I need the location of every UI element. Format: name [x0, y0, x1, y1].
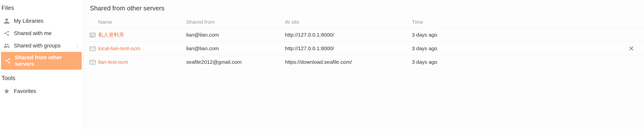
sidebar-item-shared-with-me[interactable]: Shared with me — [0, 27, 83, 40]
star-icon — [3, 88, 10, 95]
sidebar: Files My Libraries Shared with me Shared… — [0, 0, 84, 129]
svg-point-7 — [90, 36, 92, 37]
sidebar-item-label: Shared with me — [14, 30, 52, 36]
col-name-header: Name — [98, 19, 186, 25]
library-icon — [84, 58, 98, 66]
sidebar-item-shared-with-groups[interactable]: Shared with groups — [0, 40, 83, 52]
sidebar-section-files: Files — [0, 4, 83, 15]
main-content: Shared from other servers Name Shared fr… — [84, 0, 644, 129]
sidebar-item-shared-from-other-servers[interactable]: Shared from other servers — [1, 52, 82, 70]
sidebar-section-tools: Tools — [0, 70, 83, 85]
library-icon — [84, 45, 98, 52]
library-name-link[interactable]: lian-test-ocm — [98, 59, 186, 65]
time-cell: 3 days ago — [412, 32, 511, 38]
svg-point-2 — [8, 34, 9, 36]
svg-point-1 — [4, 32, 6, 34]
svg-point-3 — [8, 58, 10, 60]
sidebar-item-label: My Libraries — [14, 18, 44, 24]
table-row[interactable]: lian-test-ocm seafile2012@gmail.com http… — [84, 55, 644, 69]
shared-from-cell: lian@lian.com — [186, 32, 285, 38]
col-at-site-header: At site — [285, 19, 412, 25]
svg-point-8 — [92, 36, 94, 37]
table-header: Name Shared from At site Time — [84, 16, 644, 28]
table-row[interactable]: 私人资料库 lian@lian.com http://127.0.0.1:800… — [84, 28, 644, 42]
delete-button[interactable]: ✕ — [628, 44, 634, 53]
library-name-link[interactable]: 私人资料库 — [98, 32, 186, 38]
shared-libraries-table: Name Shared from At site Time 私人资料库 lian… — [84, 16, 644, 69]
col-shared-from-header: Shared from — [186, 19, 285, 25]
at-site-cell: https://download.seafile.com/ — [285, 59, 412, 65]
sidebar-item-label: Shared from other servers — [15, 54, 79, 67]
at-site-cell: http://127.0.0.1:8000/ — [285, 32, 412, 38]
time-cell: 3 days ago — [412, 59, 511, 65]
close-icon: ✕ — [628, 45, 634, 52]
col-icon-header — [84, 19, 98, 25]
sidebar-item-favorites[interactable]: Favorites — [0, 85, 83, 97]
library-name-link[interactable]: local-lian-test-ocm — [98, 46, 186, 52]
page-title: Shared from other servers — [84, 4, 644, 16]
group-icon — [3, 42, 10, 50]
time-cell: 3 days ago — [412, 46, 511, 52]
caret-left-icon — [76, 42, 79, 49]
svg-point-4 — [6, 60, 7, 62]
col-time-header: Time — [412, 19, 511, 25]
svg-point-0 — [8, 31, 9, 32]
share-icon — [3, 30, 10, 37]
shared-from-cell: lian@lian.com — [186, 46, 285, 52]
shared-from-cell: seafile2012@gmail.com — [186, 59, 285, 65]
person-icon — [3, 17, 10, 25]
library-readonly-icon — [84, 31, 98, 38]
sidebar-item-label: Shared with groups — [14, 42, 61, 49]
sidebar-item-my-libraries[interactable]: My Libraries — [0, 15, 83, 27]
share-icon — [4, 57, 11, 64]
sidebar-item-label: Favorites — [14, 88, 36, 94]
table-row[interactable]: local-lian-test-ocm lian@lian.com http:/… — [84, 42, 644, 55]
svg-point-5 — [8, 62, 10, 63]
at-site-cell: http://127.0.0.1:8000/ — [285, 46, 412, 52]
